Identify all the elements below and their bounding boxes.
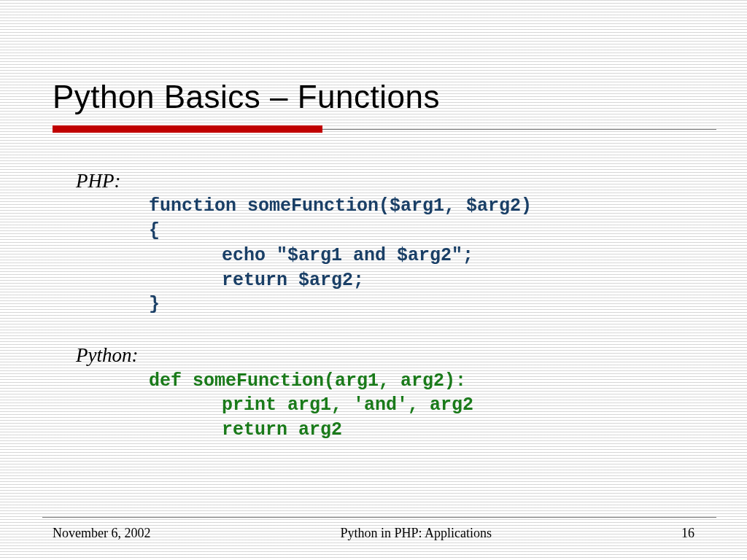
php-code-line: echo "$arg1 and $arg2"; [76,244,694,268]
php-code-line: { [76,219,694,244]
title-underline [53,125,694,133]
spacer [76,317,694,342]
slide: Python Basics – Functions PHP: function … [0,0,747,560]
php-code-line: } [76,292,694,317]
python-code-line: def someFunction(arg1, arg2): [76,369,694,394]
php-code-line: function someFunction($arg1, $arg2) [76,194,694,219]
php-code-line: return $arg2; [76,268,694,293]
slide-content: PHP: function someFunction($arg1, $arg2)… [53,168,694,443]
python-label: Python: [76,342,694,368]
slide-title: Python Basics – Functions [53,79,694,115]
title-underline-red [53,125,322,133]
python-code-line: print arg1, 'and', arg2 [76,393,694,418]
php-label: PHP: [76,168,694,194]
python-code-line: return arg2 [76,418,694,443]
